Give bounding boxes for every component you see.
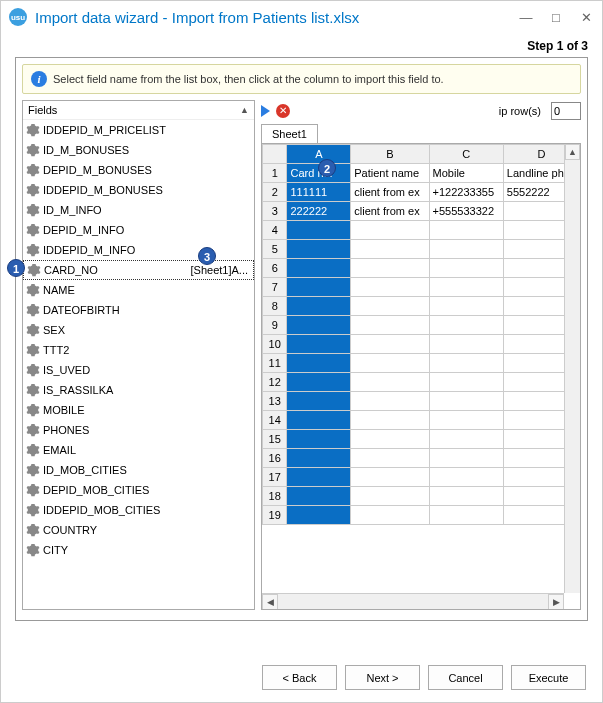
field-item-ttt2[interactable]: TTT2	[23, 340, 254, 360]
scroll-up-icon[interactable]: ▲	[240, 105, 249, 115]
grid-cell[interactable]: client from ex	[351, 183, 429, 202]
grid-cell[interactable]	[429, 354, 503, 373]
spreadsheet-grid[interactable]: ABCD1Card no.Patient nameMobileLandline …	[261, 143, 581, 610]
field-item-name[interactable]: NAME	[23, 280, 254, 300]
grid-cell[interactable]: 222222	[287, 202, 351, 221]
grid-cell[interactable]	[351, 392, 429, 411]
grid-cell[interactable]	[429, 449, 503, 468]
grid-cell[interactable]	[429, 316, 503, 335]
field-item-country[interactable]: COUNTRY	[23, 520, 254, 540]
row-header[interactable]: 12	[263, 373, 287, 392]
field-item-mobile[interactable]: MOBILE	[23, 400, 254, 420]
grid-cell[interactable]: Patient name	[351, 164, 429, 183]
grid-cell[interactable]	[429, 392, 503, 411]
horizontal-scrollbar[interactable]: ◀▶	[262, 593, 564, 609]
row-header[interactable]: 15	[263, 430, 287, 449]
col-header-C[interactable]: C	[429, 145, 503, 164]
field-item-depid_m_bonuses[interactable]: DEPID_M_BONUSES	[23, 160, 254, 180]
grid-cell[interactable]	[287, 259, 351, 278]
vertical-scrollbar[interactable]: ▲	[564, 144, 580, 593]
field-item-city[interactable]: CITY	[23, 540, 254, 560]
grid-cell[interactable]	[429, 468, 503, 487]
grid-cell[interactable]	[287, 373, 351, 392]
grid-cell[interactable]	[287, 411, 351, 430]
grid-cell[interactable]	[351, 449, 429, 468]
field-item-depid_mob_cities[interactable]: DEPID_MOB_CITIES	[23, 480, 254, 500]
row-header[interactable]: 17	[263, 468, 287, 487]
grid-cell[interactable]	[429, 487, 503, 506]
field-item-is_uved[interactable]: IS_UVED	[23, 360, 254, 380]
grid-cell[interactable]	[351, 297, 429, 316]
play-button[interactable]	[261, 105, 270, 117]
grid-cell[interactable]	[429, 221, 503, 240]
row-header[interactable]: 14	[263, 411, 287, 430]
grid-cell[interactable]: Mobile	[429, 164, 503, 183]
grid-cell[interactable]	[351, 487, 429, 506]
row-header[interactable]: 2	[263, 183, 287, 202]
grid-cell[interactable]	[429, 335, 503, 354]
grid-cell[interactable]	[429, 297, 503, 316]
row-header[interactable]: 9	[263, 316, 287, 335]
row-header[interactable]: 3	[263, 202, 287, 221]
grid-cell[interactable]	[351, 316, 429, 335]
grid-cell[interactable]	[351, 411, 429, 430]
row-header[interactable]: 18	[263, 487, 287, 506]
col-header-B[interactable]: B	[351, 145, 429, 164]
field-item-id_m_bonuses[interactable]: ID_M_BONUSES	[23, 140, 254, 160]
field-item-depid_m_info[interactable]: DEPID_M_INFO	[23, 220, 254, 240]
grid-cell[interactable]	[351, 468, 429, 487]
grid-cell[interactable]	[287, 449, 351, 468]
field-item-is_rassilka[interactable]: IS_RASSILKA	[23, 380, 254, 400]
grid-cell[interactable]	[287, 487, 351, 506]
grid-cell[interactable]	[429, 411, 503, 430]
grid-cell[interactable]	[287, 354, 351, 373]
cancel-button[interactable]: Cancel	[428, 665, 503, 690]
field-item-email[interactable]: EMAIL	[23, 440, 254, 460]
grid-cell[interactable]	[351, 240, 429, 259]
grid-cell[interactable]	[351, 373, 429, 392]
field-item-iddepid_m_bonuses[interactable]: IDDEPID_M_BONUSES	[23, 180, 254, 200]
grid-cell[interactable]: client from ex	[351, 202, 429, 221]
row-header[interactable]: 16	[263, 449, 287, 468]
grid-cell[interactable]: +555533322	[429, 202, 503, 221]
row-header[interactable]: 6	[263, 259, 287, 278]
grid-cell[interactable]	[351, 430, 429, 449]
back-button[interactable]: < Back	[262, 665, 337, 690]
grid-cell[interactable]	[351, 259, 429, 278]
grid-cell[interactable]	[287, 392, 351, 411]
maximize-button[interactable]: □	[548, 9, 564, 25]
row-header[interactable]: 5	[263, 240, 287, 259]
field-item-id_mob_cities[interactable]: ID_MOB_CITIES	[23, 460, 254, 480]
field-item-sex[interactable]: SEX	[23, 320, 254, 340]
row-header[interactable]: 7	[263, 278, 287, 297]
field-item-iddepid_m_pricelist[interactable]: IDDEPID_M_PRICELIST	[23, 120, 254, 140]
grid-cell[interactable]: 111111	[287, 183, 351, 202]
grid-cell[interactable]	[351, 335, 429, 354]
grid-cell[interactable]	[351, 354, 429, 373]
minimize-button[interactable]: —	[518, 9, 534, 25]
grid-cell[interactable]	[429, 373, 503, 392]
field-item-id_m_info[interactable]: ID_M_INFO	[23, 200, 254, 220]
grid-cell[interactable]	[287, 240, 351, 259]
grid-cell[interactable]	[429, 506, 503, 525]
next-button[interactable]: Next >	[345, 665, 420, 690]
grid-cell[interactable]	[287, 278, 351, 297]
row-header[interactable]: 19	[263, 506, 287, 525]
grid-cell[interactable]	[429, 430, 503, 449]
delete-button[interactable]: ✕	[276, 104, 290, 118]
grid-cell[interactable]	[287, 297, 351, 316]
close-button[interactable]: ✕	[578, 9, 594, 25]
col-header-A[interactable]: A	[287, 145, 351, 164]
sheet-tab[interactable]: Sheet1	[261, 124, 318, 143]
grid-cell[interactable]	[429, 259, 503, 278]
row-header[interactable]: 4	[263, 221, 287, 240]
skip-rows-input[interactable]	[551, 102, 581, 120]
row-header[interactable]: 13	[263, 392, 287, 411]
grid-cell[interactable]	[287, 335, 351, 354]
field-item-iddepid_mob_cities[interactable]: IDDEPID_MOB_CITIES	[23, 500, 254, 520]
field-item-phones[interactable]: PHONES	[23, 420, 254, 440]
grid-cell[interactable]	[429, 278, 503, 297]
grid-cell[interactable]: +122233355	[429, 183, 503, 202]
field-item-card_no[interactable]: CARD_NO[Sheet1]A...	[23, 260, 254, 280]
field-item-dateofbirth[interactable]: DATEOFBIRTH	[23, 300, 254, 320]
